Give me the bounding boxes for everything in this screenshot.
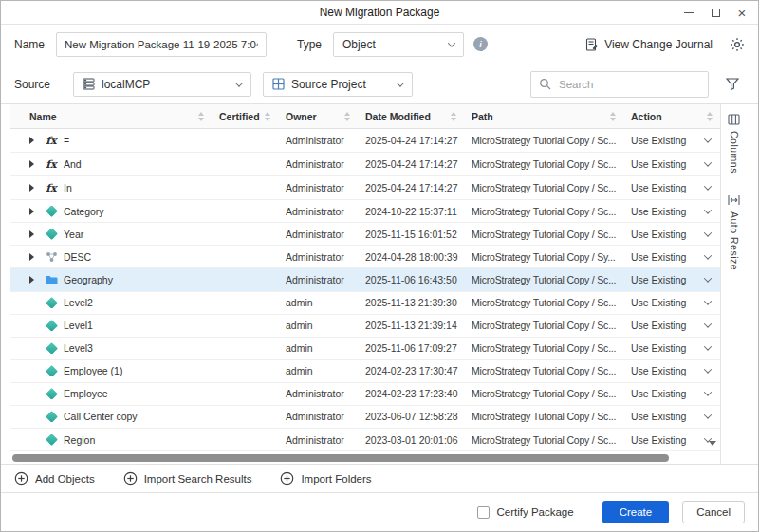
expand-arrow-icon[interactable] xyxy=(22,184,41,192)
action-dropdown[interactable]: Use Existing xyxy=(623,229,720,240)
table-row[interactable]: YearAdministrator2025-11-15 16:01:52Micr… xyxy=(10,223,720,246)
column-header-path[interactable]: Path xyxy=(464,104,623,128)
certify-package-control[interactable]: Certify Package xyxy=(477,506,573,519)
column-header-action[interactable]: Action xyxy=(623,104,720,128)
import-folders-button[interactable]: Import Folders xyxy=(280,471,371,486)
action-dropdown[interactable]: Use Existing xyxy=(623,365,720,376)
object-name: And xyxy=(64,158,82,170)
search-icon xyxy=(539,78,551,90)
minimize-icon xyxy=(684,12,694,13)
action-dropdown[interactable]: Use Existing xyxy=(623,342,720,354)
expand-arrow-icon[interactable] xyxy=(22,276,41,284)
expand-arrow-icon[interactable] xyxy=(22,208,41,215)
path-cell: MicroStrategy Tutorial Copy / Sc... xyxy=(464,158,623,170)
action-dropdown[interactable]: Use Existing xyxy=(623,434,720,446)
action-dropdown[interactable]: Use Existing xyxy=(623,411,720,422)
table-region: NameCertifiedOwnerDate ModifiedPathActio… xyxy=(1,104,758,465)
objects-table: NameCertifiedOwnerDate ModifiedPathActio… xyxy=(10,104,720,464)
action-dropdown[interactable]: Use Existing xyxy=(623,135,720,146)
table-row[interactable]: CategoryAdministrator2024-10-22 15:37:11… xyxy=(10,200,720,223)
path-cell: MicroStrategy Tutorial Copy / Sc... xyxy=(464,411,623,422)
expand-arrow-icon[interactable] xyxy=(22,160,41,168)
column-header-certified[interactable]: Certified xyxy=(212,104,278,128)
gear-icon[interactable] xyxy=(730,37,745,52)
maximize-button[interactable] xyxy=(709,6,722,19)
close-button[interactable]: × xyxy=(735,6,749,19)
create-button[interactable]: Create xyxy=(602,501,670,523)
sort-icon xyxy=(344,112,350,121)
filter-button[interactable] xyxy=(720,72,745,97)
table-row[interactable]: Level1admin2025-11-13 21:39:14MicroStrat… xyxy=(10,315,720,338)
action-dropdown[interactable]: Use Existing xyxy=(623,388,720,399)
name-cell: DESC xyxy=(10,251,212,263)
columns-icon xyxy=(728,114,740,125)
table-row[interactable]: fxInAdministrator2025-04-24 17:14:27Micr… xyxy=(10,176,720,200)
table-row[interactable]: fxAndAdministrator2025-04-24 17:14:27Mic… xyxy=(10,153,720,176)
action-value: Use Existing xyxy=(631,158,686,170)
name-cell: Call Center copy xyxy=(10,411,212,422)
action-dropdown[interactable]: Use Existing xyxy=(623,251,720,263)
header-tools: View Change Journal xyxy=(585,37,745,52)
chevron-down-icon xyxy=(704,251,712,259)
table-row[interactable]: fx=Administrator2025-04-24 17:14:27Micro… xyxy=(10,129,720,153)
path-cell: MicroStrategy Tutorial Copy / Sy... xyxy=(464,251,623,263)
action-dropdown[interactable]: Use Existing xyxy=(623,274,720,285)
titlebar: New Migration Package × xyxy=(1,1,758,25)
action-dropdown[interactable]: Use Existing xyxy=(623,320,720,331)
action-dropdown[interactable]: Use Existing xyxy=(623,158,720,170)
search-input[interactable] xyxy=(557,78,700,91)
date-modified-cell: 2025-11-13 21:39:14 xyxy=(358,320,464,331)
action-value: Use Existing xyxy=(631,297,686,308)
import-search-results-button[interactable]: Import Search Results xyxy=(123,471,252,486)
object-name: = xyxy=(64,135,69,146)
horizontal-scrollbar-thumb[interactable] xyxy=(12,454,669,462)
table-row[interactable]: RegionAdministrator2023-03-01 20:01:06Mi… xyxy=(10,429,720,451)
owner-cell: admin xyxy=(278,297,358,308)
columns-panel-button[interactable]: Columns xyxy=(728,114,740,174)
action-value: Use Existing xyxy=(631,206,686,217)
column-header-name[interactable]: Name xyxy=(10,104,212,128)
owner-cell: Administrator xyxy=(278,135,358,146)
date-modified-cell: 2025-11-06 17:09:27 xyxy=(358,342,464,354)
expand-arrow-icon[interactable] xyxy=(22,253,41,261)
info-icon[interactable]: i xyxy=(473,37,488,51)
name-cell: fxAnd xyxy=(10,158,212,171)
table-row[interactable]: Employee (1)admin2024-02-23 17:30:47Micr… xyxy=(10,360,720,383)
attribute-icon xyxy=(46,411,58,422)
table-row[interactable]: Level3admin2025-11-06 17:09:27MicroStrat… xyxy=(10,338,720,360)
table-row[interactable]: Call Center copyAdministrator2023-06-07 … xyxy=(10,406,720,429)
attribute-icon xyxy=(46,297,58,308)
auto-resize-button[interactable]: Auto Resize xyxy=(728,194,740,270)
column-header-date-modified[interactable]: Date Modified xyxy=(358,104,464,128)
attribute-icon xyxy=(46,434,58,446)
view-change-journal-button[interactable]: View Change Journal xyxy=(585,38,713,51)
type-select[interactable]: Object xyxy=(333,32,464,57)
owner-cell: Administrator xyxy=(278,182,358,193)
column-header-owner[interactable]: Owner xyxy=(278,104,358,128)
table-row[interactable]: Level2admin2025-11-13 21:39:30MicroStrat… xyxy=(10,292,720,315)
action-dropdown[interactable]: Use Existing xyxy=(623,206,720,217)
owner-cell: Administrator xyxy=(278,158,358,170)
expand-arrow-icon[interactable] xyxy=(22,137,41,144)
name-cell: Year xyxy=(10,229,212,240)
table-row[interactable]: GeographyAdministrator2025-11-06 16:43:5… xyxy=(10,268,720,291)
source-server-select[interactable]: localMCP xyxy=(73,72,251,97)
date-modified-cell: 2023-06-07 12:58:28 xyxy=(358,411,464,422)
action-dropdown[interactable]: Use Existing xyxy=(623,297,720,308)
action-dropdown[interactable]: Use Existing xyxy=(623,182,720,193)
path-cell: MicroStrategy Tutorial Copy / Sc... xyxy=(464,434,623,446)
table-row[interactable]: EmployeeAdministrator2024-02-23 17:23:40… xyxy=(10,383,720,406)
object-name: Employee xyxy=(64,388,108,399)
name-input[interactable] xyxy=(56,32,267,57)
path-cell: MicroStrategy Tutorial Copy / Sc... xyxy=(464,342,623,354)
expand-arrow-icon[interactable] xyxy=(22,230,41,238)
source-project-select[interactable]: Source Project xyxy=(263,72,413,97)
function-icon: fx xyxy=(46,182,56,194)
scroll-down-button[interactable] xyxy=(707,437,718,449)
table-row[interactable]: DESCAdministrator2024-04-28 18:00:39Micr… xyxy=(10,246,720,268)
horizontal-scrollbar[interactable] xyxy=(10,451,720,464)
cancel-button[interactable]: Cancel xyxy=(682,501,745,523)
minimize-button[interactable] xyxy=(682,6,695,19)
certify-checkbox[interactable] xyxy=(477,506,490,519)
add-objects-button[interactable]: Add Objects xyxy=(14,471,95,486)
